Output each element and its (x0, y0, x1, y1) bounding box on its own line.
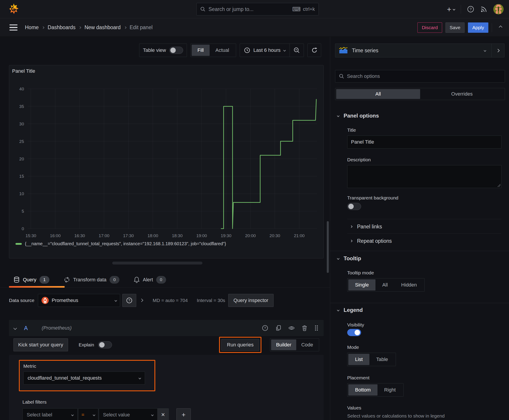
chevron-down-icon (453, 8, 455, 10)
new-menu-button[interactable]: + (447, 5, 455, 13)
drag-query-handle[interactable] (314, 325, 319, 331)
kick-start-button[interactable]: Kick start your query (14, 338, 68, 351)
run-queries-highlight: Run queries (219, 337, 261, 353)
query-ref-id[interactable]: A (24, 325, 28, 331)
expand-stats-button[interactable] (140, 299, 143, 302)
fill-option[interactable]: Fill (192, 45, 210, 56)
delete-query-button[interactable] (302, 325, 307, 331)
breadcrumb-new-dashboard[interactable]: New dashboard (84, 24, 121, 30)
svg-text:?: ? (128, 298, 130, 302)
table-view-toggle[interactable] (169, 47, 183, 54)
discard-button[interactable]: Discard (418, 22, 442, 33)
y-axis-tick: 25 (19, 139, 24, 144)
legend-placement-right[interactable]: Right (378, 384, 403, 396)
save-button[interactable]: Save (446, 22, 465, 33)
transparent-background-toggle[interactable] (347, 203, 361, 210)
description-textarea[interactable] (347, 165, 501, 188)
query-help-button[interactable]: ? (262, 325, 268, 331)
collapse-header-button[interactable] (498, 24, 504, 31)
viz-suggestions-button[interactable] (492, 44, 504, 57)
datasource-picker[interactable]: Prometheus (38, 294, 120, 307)
select-label-dropdown[interactable]: Select label (23, 408, 78, 420)
tab-query[interactable]: Query 1 (14, 276, 49, 284)
fill-actual-switch: Fill Actual (190, 44, 236, 57)
operator-value: = (82, 412, 84, 418)
user-avatar[interactable] (493, 4, 504, 14)
copy-icon (275, 325, 281, 331)
zoom-out-button[interactable] (289, 44, 304, 57)
legend-visibility-label: Visibility (347, 322, 364, 328)
panel-links-section[interactable]: Panel links (350, 220, 501, 233)
panel-title-input[interactable]: Panel Title (347, 135, 501, 149)
breadcrumb-home[interactable]: Home (25, 24, 38, 30)
remove-filter-button[interactable]: ✕ (158, 408, 169, 420)
duplicate-query-button[interactable] (275, 325, 281, 331)
time-range-picker[interactable]: Last 6 hours (240, 44, 304, 57)
query-count-badge: 1 (39, 276, 49, 284)
news-rss-button[interactable] (480, 6, 487, 13)
datasource-help-button[interactable]: ? (122, 294, 136, 307)
tooltip-mode-single[interactable]: Single (348, 279, 375, 291)
tab-alert[interactable]: Alert 0 (134, 276, 166, 284)
search-input[interactable]: Search or jump to... ⌨ ctrl+k (196, 3, 319, 15)
legend-header[interactable]: Legend (337, 307, 363, 313)
transform-count-badge: 0 (109, 276, 119, 284)
code-option[interactable]: Code (296, 339, 318, 350)
x-axis-tick: 18:00 (147, 233, 158, 238)
divider (347, 219, 501, 219)
chevron-down-icon (283, 49, 286, 51)
toggle-query-visibility-button[interactable] (288, 325, 295, 331)
x-axis-tick: 19:00 (196, 233, 207, 238)
tab-overrides[interactable]: Overrides (420, 89, 504, 99)
legend-placement-bottom[interactable]: Bottom (348, 384, 378, 396)
tab-transform-data[interactable]: Transform data 0 (64, 276, 119, 284)
chevron-down-icon (337, 257, 339, 260)
legend-item[interactable]: {__name__="cloudflared_tunnel_total_requ… (15, 241, 226, 246)
query-inspector-button[interactable]: Query inspector (228, 294, 273, 307)
tooltip-mode-all[interactable]: All (375, 279, 394, 291)
collapse-query-icon[interactable] (14, 326, 17, 330)
operator-dropdown[interactable]: = (78, 408, 98, 420)
refresh-button[interactable] (307, 44, 321, 57)
breadcrumb-dashboards[interactable]: Dashboards (48, 24, 76, 30)
bell-icon (134, 276, 140, 283)
table-view-control[interactable]: Table view (139, 44, 187, 57)
legend-mode-list[interactable]: List (348, 354, 369, 365)
query-header[interactable]: A (Prometheus) ? (9, 320, 324, 336)
y-axis-tick: 5 (22, 209, 24, 214)
tab-all[interactable]: All (336, 89, 420, 99)
main-scrollbar[interactable] (327, 221, 329, 273)
grafana-logo-icon[interactable] (8, 2, 19, 16)
close-icon: ✕ (161, 412, 165, 418)
panel-options-header[interactable]: Panel options (337, 113, 379, 119)
select-value-dropdown[interactable]: Select value (99, 408, 158, 420)
y-axis-tick: 40 (19, 87, 24, 91)
panel-view-controls: Table view Fill Actual Last 6 hours (139, 44, 321, 57)
legend-placement-label: Placement (347, 375, 369, 381)
apply-button[interactable]: Apply (468, 22, 488, 33)
panel-resize-handle[interactable] (112, 262, 202, 264)
tooltip-header[interactable]: Tooltip (337, 255, 361, 262)
run-queries-button[interactable]: Run queries (221, 339, 259, 351)
help-button[interactable]: ? (467, 5, 474, 13)
datasource-label: Data source (9, 298, 34, 303)
explain-toggle[interactable] (98, 341, 112, 348)
menu-toggle-button[interactable] (9, 24, 17, 31)
explain-label: Explain (79, 342, 94, 347)
repeat-options-section[interactable]: Repeat options (350, 235, 501, 247)
tooltip-mode-hidden[interactable]: Hidden (395, 279, 424, 291)
trash-icon (302, 325, 307, 331)
x-axis-tick: 18:30 (172, 233, 183, 238)
options-search-input[interactable]: Search options (335, 70, 505, 82)
legend-visibility-toggle[interactable] (347, 329, 361, 336)
legend-mode-table[interactable]: Table (369, 354, 395, 365)
metric-label: Metric (23, 363, 150, 369)
visualization-picker[interactable]: Time series (335, 44, 492, 57)
time-series-chart[interactable]: 051015202530354015:3016:0016:3017:0017:3… (9, 65, 324, 239)
builder-option[interactable]: Builder (271, 339, 296, 350)
visualization-row: Time series (335, 44, 504, 57)
add-filter-button[interactable]: + (176, 408, 191, 420)
query-actions: ? (262, 325, 319, 331)
metric-select[interactable]: cloudflared_tunnel_total_requests (23, 372, 145, 384)
actual-option[interactable]: Actual (210, 45, 235, 56)
